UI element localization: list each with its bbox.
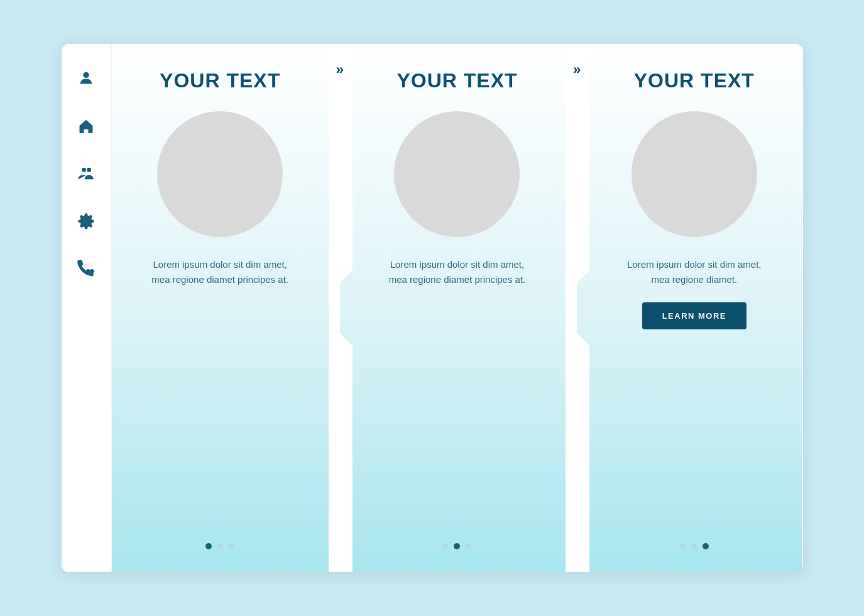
panel-1-title: YOUR TEXT: [160, 69, 280, 92]
svg-point-2: [87, 168, 91, 172]
learn-more-button[interactable]: LEARN MORE: [642, 302, 746, 329]
panel-1: YOUR TEXT Lorem ipsum dolor sit dim amet…: [112, 44, 329, 572]
chevron-2: »: [573, 63, 581, 77]
svg-point-0: [83, 72, 89, 78]
panel-3-title: YOUR TEXT: [634, 69, 755, 92]
panel-2-image: [394, 111, 520, 237]
dot-3-1: [680, 543, 686, 549]
panel-1-image: [157, 111, 283, 237]
phone-icon[interactable]: [75, 258, 97, 280]
settings-icon[interactable]: [75, 210, 97, 233]
separator-2: »: [566, 44, 588, 572]
dot-1-1: [205, 543, 212, 549]
team-icon[interactable]: [75, 162, 97, 185]
panel-3-dots: [680, 525, 709, 549]
home-icon[interactable]: [75, 114, 97, 137]
panel-2: YOUR TEXT Lorem ipsum dolor sit dim amet…: [340, 44, 566, 572]
panel-3-body: Lorem ipsum dolor sit dim amet, mea regi…: [625, 257, 763, 287]
main-card: YOUR TEXT Lorem ipsum dolor sit dim amet…: [62, 44, 803, 572]
user-icon[interactable]: [75, 67, 97, 89]
separator-1: »: [329, 44, 351, 572]
panel-2-title: YOUR TEXT: [396, 69, 517, 92]
panels-container: YOUR TEXT Lorem ipsum dolor sit dim amet…: [112, 44, 803, 572]
dot-2-3: [465, 543, 471, 549]
svg-point-1: [82, 168, 86, 172]
panel-3-image: [632, 111, 757, 237]
dot-2-1: [442, 543, 449, 549]
dot-3-2: [691, 543, 697, 549]
panel-1-dots: [205, 525, 234, 549]
panel-2-body: Lorem ipsum dolor sit dim amet, mea regi…: [388, 257, 526, 287]
dot-2-2: [454, 543, 460, 549]
panel-2-dots: [442, 525, 471, 549]
dot-1-2: [217, 543, 223, 549]
panel-3: YOUR TEXT Lorem ipsum dolor sit dim amet…: [577, 44, 802, 572]
dot-1-3: [228, 543, 234, 549]
dot-3-3: [703, 543, 709, 549]
chevron-1: »: [336, 63, 344, 77]
sidebar: [62, 44, 112, 572]
panel-1-body: Lorem ipsum dolor sit dim amet, mea regi…: [151, 257, 289, 287]
